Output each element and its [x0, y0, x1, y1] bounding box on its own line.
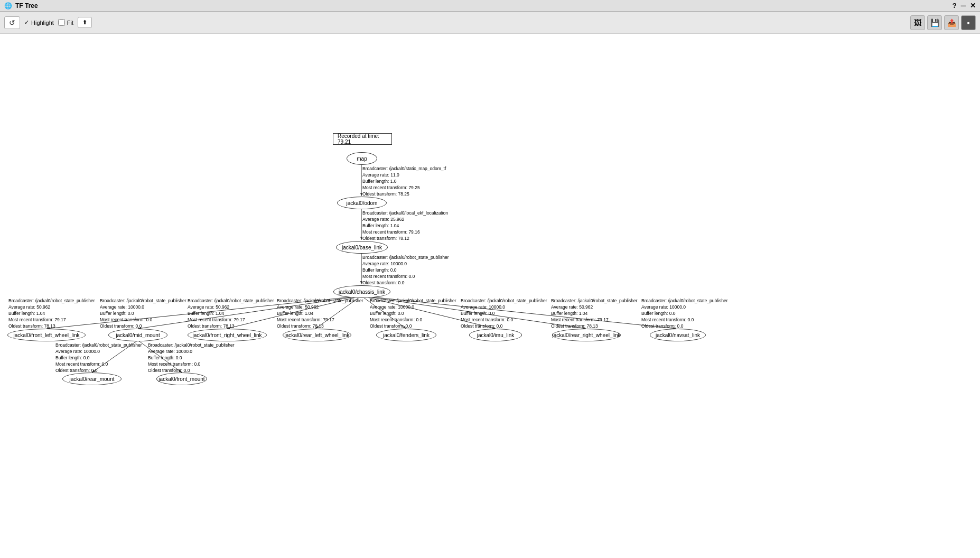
chassis-link-node[interactable]: jackal0/chassis_link [333, 285, 390, 298]
toolbar-btn-3[interactable]: 📤 [944, 15, 959, 30]
fit-label[interactable]: Fit [58, 19, 73, 26]
canvas-area: Recorded at time: 79.21 map Broadcaster:… [0, 34, 980, 558]
front-mount-node[interactable]: jackal0/front_mount [156, 373, 207, 385]
toolbar: ↺ ✓ Highlight Fit ⬆ 🖼 💾 📤 ▪ [0, 12, 980, 34]
toolbar-btn-4[interactable]: ▪ [961, 15, 976, 30]
front-right-wheel-node[interactable]: jackal0/front_right_wheel_link [188, 329, 267, 341]
odom-node[interactable]: jackal0/odom [337, 197, 387, 209]
rear-left-wheel-node[interactable]: jackal0/rear_left_wheel_link [283, 329, 351, 341]
rear-mount-node[interactable]: jackal0/rear_mount [62, 373, 122, 385]
upload-button[interactable]: ⬆ [78, 17, 92, 28]
navsat-link-node[interactable]: jackal0/navsat_link [650, 329, 706, 341]
upload-icon: ⬆ [82, 19, 87, 26]
refresh-icon: ↺ [9, 18, 15, 27]
front-right-wheel-info: Broadcaster: /jackal0/robot_state_publis… [188, 298, 274, 329]
fenders-link-node[interactable]: jackal0/fenders_link [376, 329, 436, 341]
highlight-checkbox[interactable]: ✓ [24, 19, 29, 26]
minimize-icon[interactable]: ─ [961, 2, 966, 10]
title-bar-title: TF Tree [15, 2, 38, 10]
map-info: Broadcaster: /jackal0/static_map_odom_tf… [362, 166, 446, 197]
recorded-time-node: Recorded at time: 79.21 [333, 133, 392, 145]
fenders-link-info: Broadcaster: /jackal0/robot_state_publis… [370, 298, 456, 329]
highlight-label[interactable]: ✓ Highlight [24, 19, 54, 26]
mid-mount-node[interactable]: jackal0/mid_mount [108, 329, 167, 341]
rear-right-wheel-info: Broadcaster: /jackal0/robot_state_publis… [551, 298, 637, 329]
toolbar-btn-1[interactable]: 🖼 [910, 15, 925, 30]
toolbar-btn-2[interactable]: 💾 [927, 15, 942, 30]
mid-mount-info: Broadcaster: /jackal0/robot_state_publis… [100, 298, 186, 329]
title-bar-controls: ? ─ ✕ [953, 2, 976, 10]
front-left-wheel-info: Broadcaster: /jackal0/robot_state_publis… [8, 298, 95, 329]
tree-connections [0, 34, 980, 558]
base-link-info: Broadcaster: /jackal0/robot_state_publis… [362, 255, 449, 286]
title-bar-icon: 🌐 [4, 2, 12, 10]
odom-info: Broadcaster: /jackal0/local_ekf_localiza… [362, 210, 448, 241]
rear-mount-info: Broadcaster: /jackal0/robot_state_publis… [55, 342, 142, 374]
base-link-node[interactable]: jackal0/base_link [336, 241, 388, 254]
title-bar: 🌐 TF Tree ? ─ ✕ [0, 0, 980, 12]
front-mount-info: Broadcaster: /jackal0/robot_state_publis… [148, 342, 234, 374]
close-icon[interactable]: ✕ [970, 2, 976, 10]
imu-link-node[interactable]: jackal0/imu_link [469, 329, 522, 341]
refresh-button[interactable]: ↺ [4, 16, 20, 29]
front-left-wheel-node[interactable]: jackal0/front_left_wheel_link [7, 329, 86, 341]
fit-checkbox[interactable] [58, 19, 65, 26]
rear-left-wheel-info: Broadcaster: /jackal0/robot_state_publis… [277, 298, 363, 329]
toolbar-right: 🖼 💾 📤 ▪ [910, 15, 976, 30]
imu-link-info: Broadcaster: /jackal0/robot_state_publis… [461, 298, 547, 329]
rear-right-wheel-node[interactable]: jackal0/rear_right_wheel_link [552, 329, 621, 341]
map-node[interactable]: map [347, 152, 377, 165]
help-icon[interactable]: ? [953, 2, 957, 10]
navsat-link-info: Broadcaster: /jackal0/robot_state_publis… [641, 298, 727, 329]
